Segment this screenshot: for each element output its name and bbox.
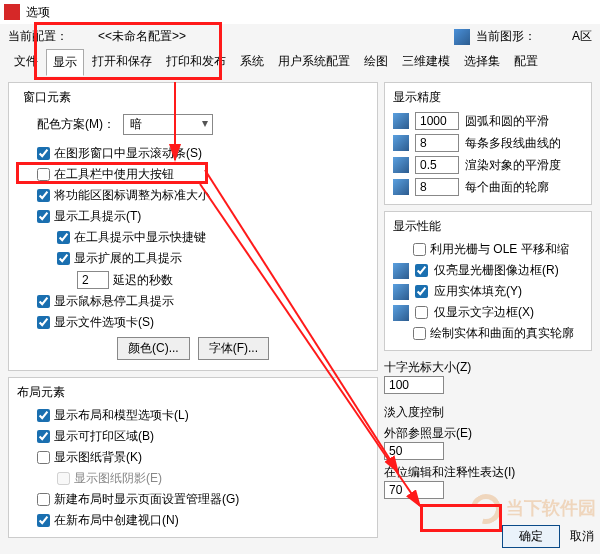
cb-tooltips[interactable]	[37, 210, 50, 223]
precision-icon	[393, 179, 409, 195]
xref-label: 外部参照显示(E)	[384, 425, 592, 442]
cb-paper-shadow-label: 显示图纸阴影(E)	[74, 470, 162, 487]
cb-silhouette-label: 绘制实体和曲面的真实轮廓	[430, 325, 574, 342]
autocad-icon	[4, 4, 20, 20]
current-drawing-label: 当前图形：	[476, 28, 536, 45]
delay-label: 延迟的秒数	[113, 272, 173, 289]
color-scheme-label: 配色方案(M)：	[37, 116, 115, 133]
cb-solidfill[interactable]	[415, 285, 428, 298]
cb-extended[interactable]	[57, 252, 70, 265]
render-smooth-label: 渲染对象的平滑度	[465, 157, 561, 174]
cb-page-setup-label: 新建布局时显示页面设置管理器(G)	[54, 491, 239, 508]
cb-rollover-label: 显示鼠标悬停工具提示	[54, 293, 174, 310]
ok-button[interactable]: 确定	[502, 525, 560, 548]
render-smooth-input[interactable]: 0.5	[415, 156, 459, 174]
cb-scrollbars[interactable]	[37, 147, 50, 160]
precision-icon	[393, 113, 409, 129]
cancel-button[interactable]: 取消	[570, 528, 594, 545]
cb-viewport[interactable]	[37, 514, 50, 527]
cb-rollover[interactable]	[37, 295, 50, 308]
tabs: 文件 显示 打开和保存 打印和发布 系统 用户系统配置 绘图 三维建模 选择集 …	[0, 49, 600, 76]
cb-extended-label: 显示扩展的工具提示	[74, 250, 182, 267]
cb-frame-label: 仅亮显光栅图像边框(R)	[434, 262, 559, 279]
cb-paper-shadow	[57, 472, 70, 485]
tab-plot-publish[interactable]: 打印和发布	[160, 49, 232, 76]
cb-layout-tabs[interactable]	[37, 409, 50, 422]
cb-large-buttons[interactable]	[37, 168, 50, 181]
cb-file-tabs[interactable]	[37, 316, 50, 329]
perf-icon	[393, 305, 409, 321]
cb-printable[interactable]	[37, 430, 50, 443]
precision-icon	[393, 157, 409, 173]
tab-user-pref[interactable]: 用户系统配置	[272, 49, 356, 76]
cb-file-tabs-label: 显示文件选项卡(S)	[54, 314, 154, 331]
perf-title: 显示性能	[393, 218, 583, 235]
tab-system[interactable]: 系统	[234, 49, 270, 76]
current-drawing-suffix: A区	[572, 28, 592, 45]
cb-frame[interactable]	[415, 264, 428, 277]
cb-layout-tabs-label: 显示布局和模型选项卡(L)	[54, 407, 189, 424]
cb-scrollbars-label: 在图形窗口中显示滚动条(S)	[54, 145, 202, 162]
cb-silhouette[interactable]	[413, 327, 426, 340]
tab-profiles[interactable]: 配置	[508, 49, 544, 76]
cb-raster-label: 利用光栅与 OLE 平移和缩	[430, 241, 569, 258]
cb-shortcut[interactable]	[57, 231, 70, 244]
window-elements-title: 窗口元素	[17, 89, 369, 106]
cb-page-setup[interactable]	[37, 493, 50, 506]
fonts-button[interactable]: 字体(F)...	[198, 337, 269, 360]
tab-file[interactable]: 文件	[8, 49, 44, 76]
drawing-icon	[454, 29, 470, 45]
current-profile-value: <<未命名配置>>	[98, 28, 186, 45]
arc-smoothness-label: 圆弧和圆的平滑	[465, 113, 549, 130]
tab-display[interactable]: 显示	[46, 49, 84, 76]
cb-resize-ribbon[interactable]	[37, 189, 50, 202]
arc-smoothness-input[interactable]: 1000	[415, 112, 459, 130]
cb-tooltips-label: 显示工具提示(T)	[54, 208, 141, 225]
window-title: 选项	[26, 4, 50, 21]
tab-selection[interactable]: 选择集	[458, 49, 506, 76]
perf-icon	[393, 263, 409, 279]
cb-resize-ribbon-label: 将功能区图标调整为标准大小	[54, 187, 210, 204]
cb-textframe[interactable]	[415, 306, 428, 319]
delay-input[interactable]	[77, 271, 109, 289]
crosshair-input[interactable]: 100	[384, 376, 444, 394]
crosshair-title: 十字光标大小(Z)	[384, 359, 592, 376]
surface-contour-label: 每个曲面的轮廓	[465, 179, 549, 196]
current-profile-label: 当前配置：	[8, 28, 68, 45]
layout-title: 布局元素	[17, 384, 369, 401]
cb-shortcut-label: 在工具提示中显示快捷键	[74, 229, 206, 246]
surface-contour-input[interactable]: 8	[415, 178, 459, 196]
cb-large-buttons-label: 在工具栏中使用大按钮	[54, 166, 174, 183]
cb-viewport-label: 在新布局中创建视口(N)	[54, 512, 179, 529]
inplace-label: 在位编辑和注释性表达(I)	[384, 464, 592, 481]
xref-input[interactable]: 50	[384, 442, 444, 460]
tab-3d-modeling[interactable]: 三维建模	[396, 49, 456, 76]
polyline-segs-label: 每条多段线曲线的	[465, 135, 561, 152]
fade-title: 淡入度控制	[384, 404, 592, 421]
inplace-input[interactable]: 70	[384, 481, 444, 499]
precision-title: 显示精度	[393, 89, 583, 106]
colors-button[interactable]: 颜色(C)...	[117, 337, 190, 360]
tab-drafting[interactable]: 绘图	[358, 49, 394, 76]
perf-icon	[393, 284, 409, 300]
polyline-segs-input[interactable]: 8	[415, 134, 459, 152]
precision-icon	[393, 135, 409, 151]
cb-printable-label: 显示可打印区域(B)	[54, 428, 154, 445]
cb-solidfill-label: 应用实体填充(Y)	[434, 283, 522, 300]
cb-textframe-label: 仅显示文字边框(X)	[434, 304, 534, 321]
cb-paper-bg-label: 显示图纸背景(K)	[54, 449, 142, 466]
color-scheme-select[interactable]: 暗	[123, 114, 213, 135]
tab-open-save[interactable]: 打开和保存	[86, 49, 158, 76]
cb-paper-bg[interactable]	[37, 451, 50, 464]
cb-raster[interactable]	[413, 243, 426, 256]
